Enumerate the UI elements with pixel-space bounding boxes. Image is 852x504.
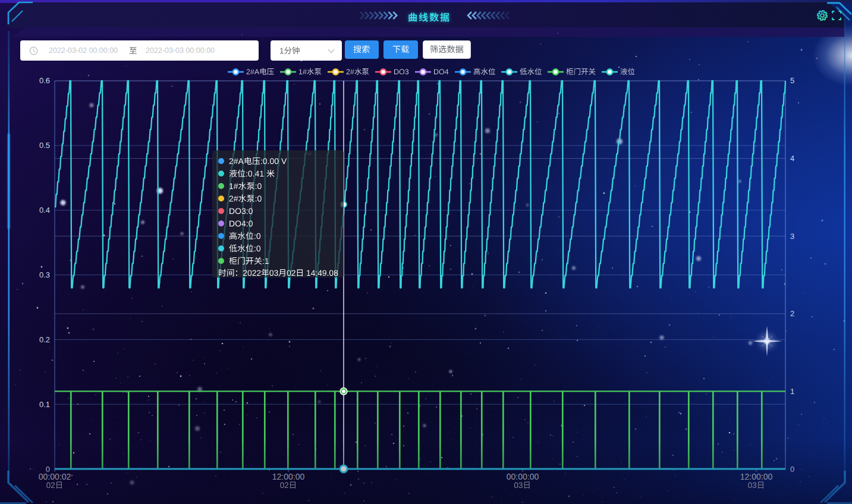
svg-text:12:00:00: 12:00:00 bbox=[272, 472, 305, 481]
svg-text:5: 5 bbox=[790, 76, 794, 85]
svg-text:00:00:00: 00:00:00 bbox=[507, 472, 539, 481]
svg-text:12:00:00: 12:00:00 bbox=[740, 472, 773, 481]
svg-text:4: 4 bbox=[790, 154, 794, 163]
svg-text:0.6: 0.6 bbox=[39, 76, 50, 85]
svg-text:0.4: 0.4 bbox=[39, 206, 50, 215]
svg-text:0.5: 0.5 bbox=[39, 141, 50, 150]
svg-text:0: 0 bbox=[790, 465, 794, 474]
svg-text:00:00:02: 00:00:02 bbox=[39, 472, 71, 481]
svg-text:2: 2 bbox=[790, 309, 794, 318]
svg-text:1: 1 bbox=[790, 387, 794, 396]
svg-text:3: 3 bbox=[790, 232, 794, 241]
svg-text:0.1: 0.1 bbox=[39, 400, 50, 409]
svg-text:0.3: 0.3 bbox=[39, 270, 50, 279]
svg-text:0.2: 0.2 bbox=[39, 335, 50, 344]
